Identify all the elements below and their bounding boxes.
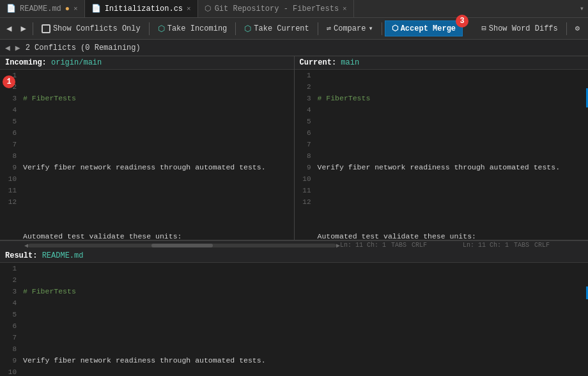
result-label: Result: xyxy=(5,251,37,260)
git-icon: ⬡ xyxy=(205,4,211,13)
incoming-label: Incoming: xyxy=(5,58,47,67)
conflicts-next-arrow[interactable]: ▶ xyxy=(15,43,20,53)
compare-button[interactable]: ⇌ Compare ▾ xyxy=(321,21,379,36)
badge3: 3 xyxy=(456,15,468,27)
show-conflicts-only-button[interactable]: Show Conflicts Only xyxy=(36,22,146,36)
tab-modified-dot: ● xyxy=(65,4,70,13)
accept-merge-button[interactable]: ⬡ Accept Merge 3 xyxy=(385,20,463,36)
current-icon: ⬡ xyxy=(244,24,251,34)
code-line: Verify fiber network readiness through a… xyxy=(318,162,586,173)
incoming-line-numbers: 1 2 3 4 5 6 7 8 9 10 11 12 xyxy=(0,70,20,240)
tab-close-init[interactable]: × xyxy=(187,5,191,13)
merge-icon: ⬡ xyxy=(392,24,398,33)
code-line xyxy=(318,196,586,208)
separator5 xyxy=(382,22,382,35)
result-code-line xyxy=(23,320,585,332)
result-header: Result: README.md xyxy=(0,249,588,263)
crlf-label-left: CRLF xyxy=(412,242,427,249)
conflicts-count: 2 Conflicts (0 Remaining) xyxy=(26,43,141,52)
current-header: Current: main xyxy=(295,56,589,70)
incoming-branch: origin/main xyxy=(51,58,102,67)
take-current-button[interactable]: ⬡ Take Current xyxy=(238,21,314,36)
tab-readme[interactable]: 📄 README.md ● × xyxy=(0,0,85,17)
tab-initialization[interactable]: 📄 Initialization.cs × xyxy=(85,0,198,17)
separator2 xyxy=(149,22,150,35)
current-pane: Current: main 1 2 3 4 5 6 7 8 9 10 11 12 xyxy=(295,56,589,240)
editor-scroll-bar[interactable]: ◀ ▶ Ln: 11 Ch: 1 TABS CRLF Ln: 11 Ch: 1 … xyxy=(0,240,588,249)
tab-git-repo[interactable]: ⬡ Git Repository - FiberTests × xyxy=(198,0,354,17)
settings-button[interactable]: ⚙ xyxy=(569,21,585,36)
tab-close-readme[interactable]: × xyxy=(74,5,78,13)
take-incoming-button[interactable]: ⬡ Take Incoming xyxy=(152,21,233,36)
incoming-header: Incoming: origin/main xyxy=(0,56,294,70)
compare-dropdown-icon: ▾ xyxy=(368,24,373,33)
conflicts-prev-arrow[interactable]: ◀ xyxy=(5,43,10,53)
tabs-label-left: TABS xyxy=(391,242,406,249)
separator3 xyxy=(235,22,236,35)
file-icon: 📄 xyxy=(6,4,16,13)
code-line: # FiberTests xyxy=(318,93,586,104)
separator6 xyxy=(566,22,567,35)
back-button[interactable]: ◀ xyxy=(3,21,15,36)
current-label: Current: xyxy=(300,58,337,67)
result-filename: README.md xyxy=(42,251,84,260)
code-line xyxy=(318,127,586,139)
crlf-label-right: CRLF xyxy=(534,242,550,249)
code-line: Verify fiber network readiness through a… xyxy=(23,162,291,173)
result-code: # FiberTests Verify fiber network readin… xyxy=(20,263,588,376)
result-line-numbers: 1 2 3 4 5 6 7 8 9 10 11 12 xyxy=(0,263,20,376)
result-code-line: # FiberTests xyxy=(23,286,585,297)
position-info-right: Ln: 11 Ch: 1 xyxy=(463,242,509,249)
incoming-scroll[interactable]: 1 2 3 4 5 6 7 8 9 10 11 12 # FiberTests xyxy=(0,70,294,240)
current-line-numbers: 1 2 3 4 5 6 7 8 9 10 11 12 xyxy=(295,70,315,240)
result-container: Result: README.md 1 2 3 4 5 6 7 8 9 10 1… xyxy=(0,249,588,376)
tab-scroll-arrow[interactable]: ▾ xyxy=(576,0,588,17)
conflicts-bar: ◀ ▶ 2 Conflicts (0 Remaining) xyxy=(0,40,588,56)
file-icon2: 📄 xyxy=(91,4,101,13)
separator1 xyxy=(33,22,33,35)
tab-bar: 📄 README.md ● × 📄 Initialization.cs × ⬡ … xyxy=(0,0,588,18)
result-scroll[interactable]: 1 2 3 4 5 6 7 8 9 10 11 12 # FiberTests … xyxy=(0,263,588,376)
code-line: # FiberTests xyxy=(23,93,291,104)
tab-close-git[interactable]: × xyxy=(343,5,347,13)
code-line xyxy=(23,127,291,139)
incoming-pane: 1 Incoming: origin/main 1 2 3 4 5 6 7 8 … xyxy=(0,56,295,240)
separator4 xyxy=(318,22,318,35)
editors-container: 1 Incoming: origin/main 1 2 3 4 5 6 7 8 … xyxy=(0,56,588,240)
badge1: 1 xyxy=(3,75,15,88)
gear-icon: ⚙ xyxy=(575,24,580,33)
incoming-code: # FiberTests Verify fiber network readin… xyxy=(20,70,294,240)
code-line xyxy=(23,196,291,208)
incoming-icon: ⬡ xyxy=(158,24,165,34)
forward-button[interactable]: ▶ xyxy=(17,21,29,36)
current-code: # FiberTests Verify fiber network readin… xyxy=(315,70,589,240)
word-diffs-icon: ⊟ xyxy=(482,24,486,33)
position-info-left: Ln: 11 Ch: 1 xyxy=(340,242,386,249)
code-line: Automated test validate these units: xyxy=(318,231,586,240)
tabs-label-right: TABS xyxy=(514,242,529,249)
compare-icon: ⇌ xyxy=(327,24,331,33)
current-branch: main xyxy=(341,58,359,67)
show-word-diffs-button[interactable]: ⊟ Show Word Diffs xyxy=(476,21,564,36)
toolbar: ◀ ▶ Show Conflicts Only ⬡ Take Incoming … xyxy=(0,18,588,40)
conflicts-icon xyxy=(42,24,50,33)
code-line: Automated test validate these units: xyxy=(23,231,291,240)
result-code-line: Verify fiber network readiness through a… xyxy=(23,355,585,366)
current-scroll[interactable]: 1 2 3 4 5 6 7 8 9 10 11 12 # FiberTests xyxy=(295,70,589,240)
